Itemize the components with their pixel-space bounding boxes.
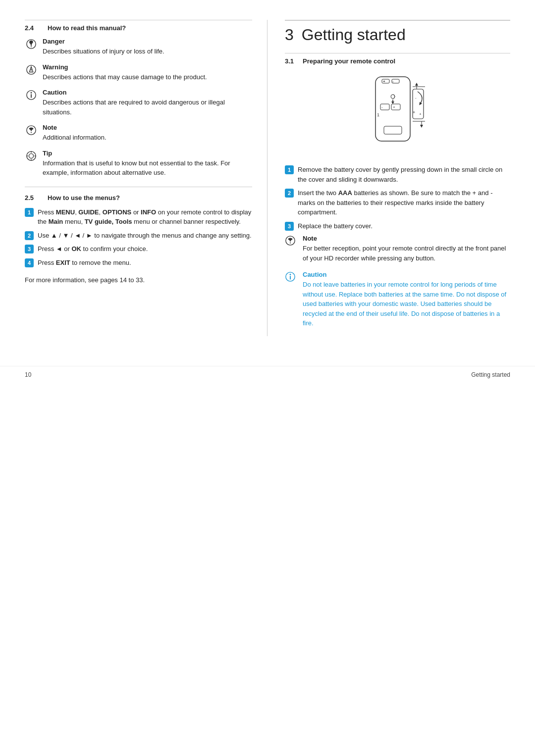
svg-text:-: - — [392, 79, 394, 84]
danger-block: Danger Describes situations of injury or… — [25, 38, 252, 56]
svg-text:+: + — [383, 79, 385, 84]
remote-step-3-text: Replace the battery cover. — [298, 221, 510, 231]
remote-step-1-text: Remove the battery cover by gently press… — [298, 165, 510, 184]
section-2-5-number: 2.5 — [25, 194, 39, 202]
caution-icon — [25, 89, 38, 101]
menu-step-3: 3 Press ◄ or OK to confirm your choice. — [25, 244, 252, 254]
divider-1 — [25, 187, 252, 187]
danger-icon — [25, 38, 38, 50]
svg-text:+: + — [419, 112, 422, 116]
step-badge-2: 2 — [25, 231, 34, 240]
right-note-icon — [285, 235, 298, 249]
danger-text: Describes situations of injury or loss o… — [43, 47, 252, 56]
menu-step-3-text: Press ◄ or OK to confirm your choice. — [38, 244, 252, 254]
left-column: 2.4 How to read this manual? Danger Desc… — [25, 20, 268, 336]
remote-step-2: 2 Insert the two AAA batteries as shown.… — [285, 188, 510, 217]
remote-step-badge-3: 3 — [285, 222, 294, 231]
right-column: 3 Getting started 3.1 Preparing your rem… — [268, 20, 510, 336]
section-2-5-heading: 2.5 How to use the menus? — [25, 194, 252, 202]
svg-rect-42 — [290, 243, 291, 244]
remote-step-1: 1 Remove the battery cover by gently pre… — [285, 165, 510, 184]
note-content: Note Additional information. — [43, 124, 252, 143]
chapter-title: Getting started — [302, 26, 406, 44]
svg-point-1 — [29, 41, 33, 44]
right-note-content: Note For better reception, point your re… — [303, 235, 510, 263]
warning-icon — [25, 64, 38, 75]
right-note-block: Note For better reception, point your re… — [285, 235, 510, 263]
svg-marker-40 — [420, 125, 423, 128]
footer-note: For more information, see pages 14 to 33… — [25, 275, 252, 285]
right-note-title: Note — [303, 235, 510, 242]
note-text: Additional information. — [43, 133, 252, 143]
caution-block: Caution Describes actions that are requi… — [25, 89, 252, 117]
menu-step-1: 1 Press MENU, GUIDE, OPTIONS or INFO on … — [25, 207, 252, 227]
remote-step-3: 3 Replace the battery cover. — [285, 221, 510, 231]
right-caution-content: Caution Do not leave batteries in your r… — [303, 271, 510, 328]
note-block: Note Additional information. — [25, 124, 252, 143]
warning-text: Describes actions that may cause damage … — [43, 72, 252, 82]
remote-step-2-text: Insert the two AAA batteries as shown. B… — [298, 188, 510, 217]
step-badge-3: 3 — [25, 245, 34, 253]
tip-block: Tip Information that is useful to know b… — [25, 150, 252, 178]
danger-content: Danger Describes situations of injury or… — [43, 38, 252, 56]
menu-step-4-text: Press EXIT to remove the menu. — [38, 258, 252, 268]
caution-content: Caution Describes actions that are requi… — [43, 89, 252, 117]
svg-point-44 — [290, 274, 291, 275]
caution-title: Caution — [43, 89, 252, 96]
remote-step-badge-1: 1 — [285, 165, 294, 174]
svg-marker-31 — [391, 101, 394, 104]
section-2-5-title: How to use the menus? — [48, 194, 120, 202]
right-caution-text: Do not leave batteries in your remote co… — [303, 280, 510, 328]
svg-text:1: 1 — [377, 112, 379, 117]
tip-text: Information that is useful to know but n… — [43, 158, 252, 178]
warning-block: Warning Describes actions that may cause… — [25, 63, 252, 82]
svg-point-13 — [29, 153, 33, 158]
caution-text: Describes actions that are required to a… — [43, 98, 252, 117]
chapter-3-heading: 3 Getting started — [285, 20, 510, 44]
remote-step-badge-2: 2 — [285, 189, 294, 198]
svg-text:+: + — [393, 105, 395, 109]
svg-text:-: - — [415, 96, 417, 100]
remote-control-svg: + - - + 1 + — [348, 72, 447, 156]
tip-title: Tip — [43, 150, 252, 157]
section-2-4-heading: 2.4 How to read this manual? — [25, 20, 252, 32]
section-2-4-number: 2.4 — [25, 24, 39, 32]
page-number: 10 — [25, 371, 31, 378]
note-title: Note — [43, 124, 252, 131]
tip-content: Tip Information that is useful to know b… — [43, 150, 252, 178]
remote-image-area: + - - + 1 + — [285, 72, 510, 156]
step-badge-1: 1 — [25, 208, 34, 217]
section-3-1-title: Preparing your remote control — [303, 57, 395, 65]
warning-title: Warning — [43, 63, 252, 71]
section-3-1-heading: 3.1 Preparing your remote control — [285, 53, 510, 65]
note-icon — [25, 124, 38, 136]
warning-content: Warning Describes actions that may cause… — [43, 63, 252, 82]
menu-step-1-text: Press MENU, GUIDE, OPTIONS or INFO on yo… — [38, 207, 252, 227]
danger-title: Danger — [43, 38, 252, 45]
svg-text:+: + — [413, 110, 415, 115]
page-footer: 10 Getting started — [0, 366, 535, 383]
svg-text:-: - — [381, 105, 383, 109]
svg-point-6 — [31, 71, 31, 71]
tip-icon — [25, 150, 38, 161]
right-note-text: For better reception, point your remote … — [303, 244, 510, 263]
svg-rect-28 — [384, 126, 402, 134]
svg-point-8 — [31, 92, 32, 94]
right-caution-title: Caution — [303, 271, 510, 278]
chapter-number: 3 — [285, 26, 294, 44]
menu-step-4: 4 Press EXIT to remove the menu. — [25, 258, 252, 268]
step-badge-4: 4 — [25, 258, 34, 267]
right-caution-icon — [285, 271, 298, 285]
footer-section-label: Getting started — [471, 371, 510, 378]
svg-rect-11 — [31, 132, 32, 133]
right-caution-block: Caution Do not leave batteries in your r… — [285, 271, 510, 328]
section-2-4-title: How to read this manual? — [48, 24, 126, 32]
section-3-1-number: 3.1 — [285, 57, 294, 65]
menu-step-2-text: Use ▲ / ▼ / ◄ / ► to navigate through th… — [38, 231, 252, 241]
menu-step-2: 2 Use ▲ / ▼ / ◄ / ► to navigate through … — [25, 231, 252, 241]
svg-marker-38 — [415, 83, 418, 86]
svg-point-3 — [31, 47, 32, 48]
